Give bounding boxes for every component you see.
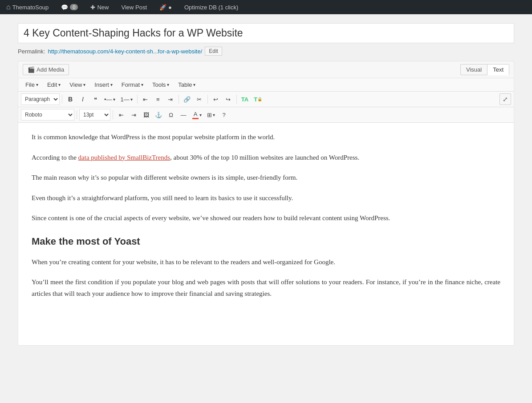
toolbar-row-1: Paragraph B I ❝ •— 1— ⇤ ≡ ⇥ 🔗 ✂ ↩ ↪ TA T…	[18, 92, 514, 107]
permalink-edit-button[interactable]: Edit	[205, 47, 222, 56]
adminbar-new-label: New	[97, 4, 109, 11]
editor-menubar: File ▾ Edit ▾ View ▾ Insert ▾ Format ▾ T…	[18, 78, 514, 92]
content-p4: Even though it’s a straightforward platf…	[32, 193, 500, 204]
typography-button[interactable]: TA	[239, 93, 251, 105]
content-p2-link[interactable]: data published by SmallBizTrends	[78, 154, 171, 161]
help-button[interactable]: ?	[218, 109, 230, 121]
align-center-button[interactable]: ≡	[152, 93, 164, 105]
toolbar-sep-6	[77, 110, 77, 119]
add-media-button[interactable]: 🎬 Add Media	[23, 64, 69, 75]
menu-tools-arrow: ▾	[167, 82, 169, 87]
tab-text[interactable]: Text	[487, 64, 509, 75]
optimize-indicator: ●	[168, 4, 172, 11]
menu-insert-label: Insert	[94, 81, 109, 88]
menu-edit-arrow: ▾	[58, 82, 61, 87]
menu-format-label: Format	[122, 81, 140, 88]
unlink-button[interactable]: ✂	[194, 93, 205, 105]
adminbar-site-name: ThematoSoup	[12, 4, 49, 11]
menu-table-label: Table	[178, 81, 192, 88]
toolbar-sep-7	[113, 110, 113, 119]
adminbar-comments[interactable]: 💬 0	[58, 0, 81, 14]
toolbar-sep-4	[207, 95, 208, 104]
hr-button[interactable]: —	[178, 109, 189, 121]
font-color-button[interactable]: A	[190, 109, 204, 121]
permalink-url[interactable]: http://thematosoup.com/4-key-content-sh.…	[48, 48, 202, 55]
menu-view-label: View	[69, 81, 82, 88]
bold-button[interactable]: B	[65, 93, 76, 105]
comment-icon: 💬	[61, 4, 68, 11]
rocket-icon: 🚀	[159, 4, 167, 11]
align-left-button[interactable]: ⇤	[140, 93, 151, 105]
content-h2: Make the most of Yoast	[32, 233, 500, 250]
menu-file-label: File	[25, 81, 35, 88]
menu-format-arrow: ▾	[141, 82, 143, 87]
toolbar-sep-2	[137, 95, 138, 104]
adminbar-view-post[interactable]: View Post	[118, 0, 150, 14]
content-p2-before: According to the	[32, 154, 78, 161]
outdent-button[interactable]: ⇤	[115, 109, 127, 121]
font-family-select[interactable]: Roboto	[21, 109, 74, 121]
blockquote-button[interactable]: ❝	[89, 93, 101, 105]
content-p6: When you’re creating content for your we…	[32, 257, 500, 268]
menu-view[interactable]: View ▾	[65, 79, 90, 90]
permalink-label: Permalink:	[18, 48, 45, 55]
fullscreen-button[interactable]: ⤢	[500, 93, 511, 105]
menu-edit-label: Edit	[47, 81, 57, 88]
image-button[interactable]: 🖼	[140, 109, 152, 121]
menu-edit[interactable]: Edit ▾	[43, 79, 65, 90]
menu-file[interactable]: File ▾	[21, 79, 43, 90]
tab-visual[interactable]: Visual	[460, 64, 487, 75]
toolbar-sep-3	[179, 95, 179, 104]
adminbar-optimize-label: Optimize DB (1 click)	[184, 4, 238, 11]
paragraph-select[interactable]: Paragraph	[21, 93, 60, 105]
typography-lock-button[interactable]: T🔒	[252, 93, 264, 105]
menu-table-arrow: ▾	[193, 82, 195, 87]
undo-button[interactable]: ↩	[210, 93, 222, 105]
font-size-select[interactable]: 13pt	[79, 109, 110, 121]
comments-count: 0	[70, 4, 78, 10]
editor-container: 🎬 Add Media Visual Text File ▾ Edit ▾ Vi…	[18, 61, 514, 346]
adminbar-rocket[interactable]: 🚀 ●	[157, 0, 175, 14]
admin-wrap: Permalink: http://thematosoup.com/4-key-…	[0, 14, 532, 355]
add-media-icon: 🎬	[28, 66, 35, 73]
indent-button[interactable]: ⇥	[128, 109, 139, 121]
editor-topbar: 🎬 Add Media Visual Text	[18, 61, 514, 78]
admin-bar: ⌂ ThematoSoup 💬 0 ✚ New View Post 🚀 ● Op…	[0, 0, 532, 14]
content-p2-after: , about 30% of the top 10 million websit…	[170, 154, 359, 161]
wordpress-icon: ⌂	[6, 3, 11, 11]
content-p3: The main reason why it’s so popular with…	[32, 172, 500, 184]
adminbar-view-post-label: View Post	[121, 4, 147, 11]
toolbar-sep-5	[236, 95, 237, 104]
menu-table[interactable]: Table ▾	[174, 79, 200, 90]
plus-icon: ✚	[90, 4, 95, 11]
content-p1: It is common knowledge that WordPress is…	[32, 132, 500, 143]
menu-insert-arrow: ▾	[110, 82, 113, 87]
menu-view-arrow: ▾	[83, 82, 85, 87]
ordered-list-button[interactable]: 1—	[118, 93, 135, 105]
link-button[interactable]: 🔗	[181, 93, 193, 105]
adminbar-new[interactable]: ✚ New	[88, 0, 111, 14]
menu-tools[interactable]: Tools ▾	[148, 79, 174, 90]
post-title-input[interactable]	[18, 23, 514, 43]
adminbar-site[interactable]: ⌂ ThematoSoup	[4, 0, 51, 14]
content-p2: According to the data published by Small…	[32, 152, 500, 164]
redo-button[interactable]: ↪	[223, 93, 234, 105]
menu-format[interactable]: Format ▾	[117, 79, 148, 90]
visual-text-tabs: Visual Text	[460, 64, 509, 75]
content-p7: You’ll meet the first condition if you p…	[32, 277, 500, 299]
editor-content[interactable]: It is common knowledge that WordPress is…	[18, 123, 514, 345]
adminbar-optimize[interactable]: Optimize DB (1 click)	[182, 0, 241, 14]
permalink-row: Permalink: http://thematosoup.com/4-key-…	[18, 47, 514, 56]
anchor-button[interactable]: ⚓	[153, 109, 164, 121]
table-insert-button[interactable]: ⊞	[205, 109, 217, 121]
unordered-list-button[interactable]: •—	[102, 93, 118, 105]
italic-button[interactable]: I	[77, 93, 89, 105]
menu-file-arrow: ▾	[36, 82, 38, 87]
toolbar-row-2: Roboto 13pt ⇤ ⇥ 🖼 ⚓ Ω — A ⊞ ?	[18, 107, 514, 123]
special-char-button[interactable]: Ω	[165, 109, 177, 121]
add-media-label: Add Media	[37, 66, 64, 73]
menu-insert[interactable]: Insert ▾	[90, 79, 117, 90]
align-right-button[interactable]: ⇥	[165, 93, 176, 105]
content-p5: Since content is one of the crucial aspe…	[32, 213, 500, 224]
menu-tools-label: Tools	[152, 81, 166, 88]
